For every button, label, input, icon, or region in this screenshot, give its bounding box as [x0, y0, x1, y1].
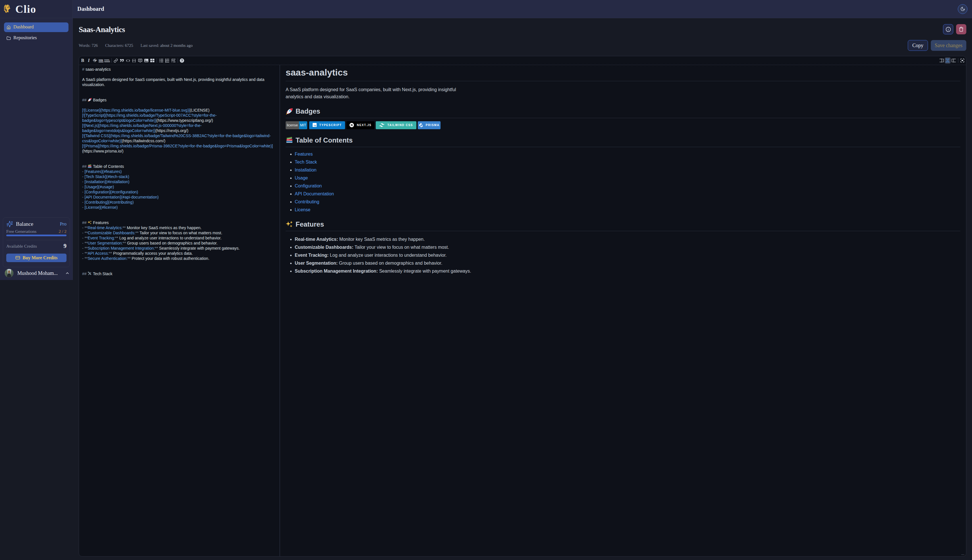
svg-text:TS: TS [313, 125, 316, 127]
